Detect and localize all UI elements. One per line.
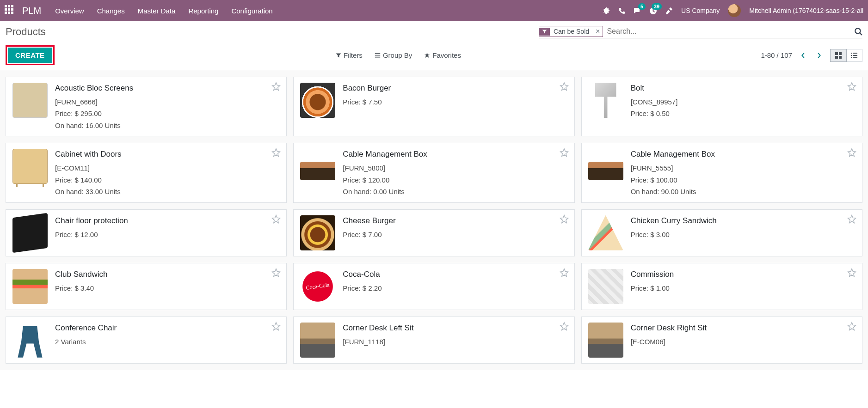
nav-item-configuration[interactable]: Configuration — [231, 7, 272, 15]
product-body: Coca-ColaPrice: $ 2.20 — [343, 268, 568, 305]
nav-menu: Overview Changes Master Data Reporting C… — [55, 7, 273, 15]
app-brand[interactable]: PLM — [22, 6, 41, 16]
product-body: Chicken Curry SandwichPrice: $ 3.00 — [631, 214, 856, 251]
favorite-star-icon[interactable] — [560, 268, 569, 277]
apps-icon[interactable] — [5, 5, 16, 16]
product-card[interactable]: Corner Desk Left Sit[FURN_1118] — [293, 317, 574, 364]
kanban-view-icon[interactable] — [830, 49, 847, 62]
product-image — [12, 148, 49, 185]
pager-prev-icon[interactable] — [799, 52, 808, 59]
product-card[interactable]: Chicken Curry SandwichPrice: $ 3.00 — [581, 209, 862, 256]
product-body: Club SandwichPrice: $ 3.40 — [55, 268, 281, 305]
facet-remove-icon[interactable]: × — [593, 27, 603, 36]
favorite-star-icon[interactable] — [847, 148, 856, 157]
product-card[interactable]: CommissionPrice: $ 1.00 — [581, 263, 862, 310]
product-card[interactable]: Conference Chair2 Variants — [6, 317, 287, 364]
product-card[interactable]: Bacon BurgerPrice: $ 7.50 — [293, 77, 574, 136]
favorite-star-icon[interactable] — [271, 148, 281, 157]
nav-item-master-data[interactable]: Master Data — [138, 7, 176, 15]
favorite-star-icon[interactable] — [847, 82, 856, 91]
product-name: Chair floor protection — [55, 214, 281, 228]
product-onhand: On hand: 90.00 Units — [631, 186, 856, 198]
product-image — [12, 322, 49, 359]
filters-button[interactable]: Filters — [336, 51, 363, 59]
groupby-button[interactable]: Group By — [375, 51, 412, 59]
svg-rect-3 — [835, 56, 838, 59]
product-image — [12, 268, 49, 305]
product-price: Price: $ 7.50 — [343, 96, 568, 108]
product-card[interactable]: Corner Desk Right Sit[E-COM06] — [581, 317, 862, 364]
product-image — [299, 322, 336, 359]
favorite-star-icon[interactable] — [560, 148, 569, 157]
svg-rect-10 — [853, 57, 857, 58]
list-view-icon[interactable] — [846, 49, 862, 61]
search-icon[interactable] — [850, 27, 862, 36]
favorite-star-icon[interactable] — [271, 322, 281, 331]
debug-icon[interactable] — [603, 7, 610, 14]
pager-text[interactable]: 1-80 / 107 — [761, 51, 792, 59]
searchbar[interactable]: Can be Sold × — [539, 26, 862, 38]
svg-rect-6 — [853, 53, 857, 54]
favorite-star-icon[interactable] — [560, 214, 569, 224]
nav-item-reporting[interactable]: Reporting — [188, 7, 218, 15]
activities-icon[interactable]: 39 — [649, 7, 657, 15]
product-card[interactable]: Cheese BurgerPrice: $ 7.00 — [293, 209, 574, 256]
product-image — [299, 82, 336, 119]
favorite-star-icon[interactable] — [847, 214, 856, 224]
product-card[interactable]: Cabinet with Doors[E-COM11]Price: $ 140.… — [6, 143, 287, 202]
avatar[interactable] — [728, 4, 741, 17]
product-body: Bolt[CONS_89957]Price: $ 0.50 — [631, 82, 856, 131]
favorite-star-icon[interactable] — [847, 322, 856, 331]
product-name: Cable Management Box — [631, 148, 856, 161]
product-card[interactable]: Bolt[CONS_89957]Price: $ 0.50 — [581, 77, 862, 136]
product-card[interactable]: Coca-ColaPrice: $ 2.20 — [293, 263, 574, 310]
user-menu[interactable]: Mitchell Admin (17674012-saas-15-2-all — [749, 7, 863, 14]
product-body: Bacon BurgerPrice: $ 7.50 — [343, 82, 568, 131]
product-body: Cable Management Box[FURN_5800]Price: $ … — [343, 148, 568, 197]
product-card[interactable]: Acoustic Bloc Screens[FURN_6666]Price: $… — [6, 77, 287, 136]
product-name: Cable Management Box — [343, 148, 568, 161]
favorite-star-icon[interactable] — [271, 82, 281, 91]
favorite-star-icon[interactable] — [271, 214, 281, 224]
product-onhand: On hand: 0.00 Units — [343, 186, 568, 198]
phone-icon[interactable] — [618, 7, 625, 14]
tools-icon[interactable] — [665, 7, 673, 14]
kanban-view: Acoustic Bloc Screens[FURN_6666]Price: $… — [0, 70, 868, 370]
messaging-icon[interactable]: 5 — [634, 7, 641, 14]
favorite-star-icon[interactable] — [560, 322, 569, 331]
product-card[interactable]: Cable Management Box[FURN_5555]Price: $ … — [581, 143, 862, 202]
product-body: Cable Management Box[FURN_5555]Price: $ … — [631, 148, 856, 197]
product-price: Price: $ 1.00 — [631, 282, 856, 294]
company-switcher[interactable]: US Company — [681, 7, 720, 14]
pager-next-icon[interactable] — [814, 52, 824, 59]
nav-right: 5 39 US Company Mitchell Admin (17674012… — [603, 4, 863, 17]
product-card[interactable]: Club SandwichPrice: $ 3.40 — [6, 263, 287, 310]
product-card[interactable]: Chair floor protectionPrice: $ 12.00 — [6, 209, 287, 256]
product-body: Acoustic Bloc Screens[FURN_6666]Price: $… — [55, 82, 281, 131]
product-card[interactable]: Cable Management Box[FURN_5800]Price: $ … — [293, 143, 574, 202]
product-image — [12, 82, 49, 119]
product-price: Price: $ 2.20 — [343, 282, 568, 294]
product-image — [587, 322, 624, 359]
product-code: [FURN_5800] — [343, 162, 568, 174]
product-body: Corner Desk Right Sit[E-COM06] — [631, 322, 856, 359]
favorite-star-icon[interactable] — [271, 268, 281, 277]
product-name: Cheese Burger — [343, 214, 568, 228]
product-body: Chair floor protectionPrice: $ 12.00 — [55, 214, 281, 251]
svg-rect-7 — [851, 55, 852, 56]
product-name: Club Sandwich — [55, 268, 281, 281]
product-name: Corner Desk Left Sit — [343, 322, 568, 335]
product-price: Price: $ 3.00 — [631, 229, 856, 241]
favorite-star-icon[interactable] — [560, 82, 569, 91]
product-code: [E-COM06] — [631, 336, 856, 348]
favorites-button[interactable]: Favorites — [424, 51, 461, 59]
nav-item-changes[interactable]: Changes — [97, 7, 125, 15]
create-button[interactable]: CREATE — [8, 48, 52, 63]
favorite-star-icon[interactable] — [847, 268, 856, 277]
search-input[interactable] — [607, 27, 850, 36]
product-price: Price: $ 3.40 — [55, 282, 281, 294]
groupby-label: Group By — [383, 51, 412, 59]
nav-item-overview[interactable]: Overview — [55, 7, 84, 15]
product-name: Bolt — [631, 82, 856, 95]
control-panel: Products Can be Sold × CREATE Filters — [0, 21, 868, 70]
